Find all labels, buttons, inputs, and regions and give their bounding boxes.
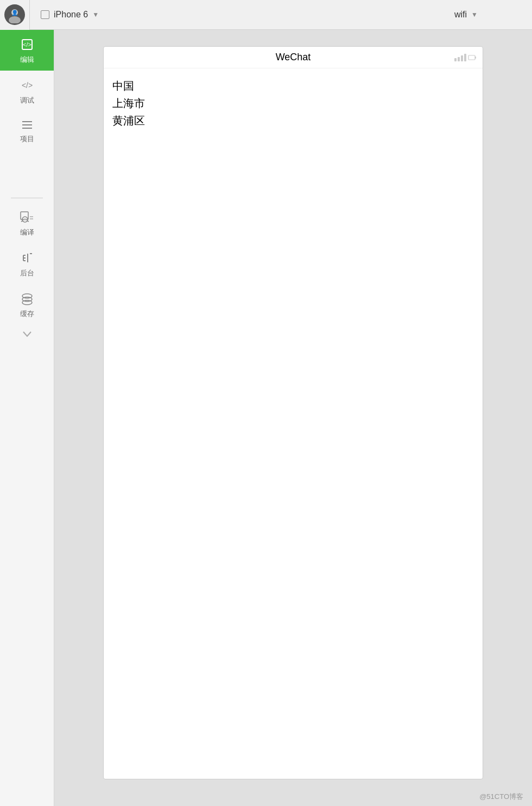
sidebar-item-debug-label: 调试 xyxy=(20,97,34,104)
phone-app-title: WeChat xyxy=(276,52,311,63)
device-name: iPhone 6 xyxy=(54,10,88,20)
sidebar-item-backend-label: 后台 xyxy=(20,269,34,276)
device-selector: iPhone 6 ▼ wifi ▼ xyxy=(30,10,489,20)
top-bar: 👤 iPhone 6 ▼ wifi ▼ xyxy=(0,0,532,30)
svg-point-1 xyxy=(9,16,21,23)
sidebar-item-cache-label: 缓存 xyxy=(20,310,34,317)
sidebar-item-edit-label: 编辑 xyxy=(20,56,34,63)
sidebar-item-compile-label: 编译 xyxy=(20,229,34,236)
wifi-dropdown-arrow[interactable]: ▼ xyxy=(471,11,478,18)
sidebar-item-debug[interactable]: </> 调试 xyxy=(0,71,54,111)
project-icon xyxy=(20,119,34,133)
location-line1: 中国 xyxy=(112,77,474,95)
wifi-label: wifi xyxy=(454,10,467,20)
sidebar-item-edit[interactable]: </> 编辑 xyxy=(0,30,54,71)
svg-rect-28 xyxy=(464,54,466,61)
cache-icon xyxy=(20,292,34,308)
svg-rect-27 xyxy=(461,55,463,61)
device-checkbox[interactable] xyxy=(41,10,49,19)
preview-area: WeChat 中国 上海市 黄浦区 xyxy=(54,30,532,806)
edit-icon: </> xyxy=(20,37,34,54)
svg-point-24 xyxy=(22,300,32,305)
phone-content: 中国 上海市 黄浦区 xyxy=(104,68,483,779)
sidebar-divider xyxy=(11,198,43,198)
phone-status-bar: WeChat xyxy=(104,47,483,68)
avatar-container[interactable]: 👤 xyxy=(0,0,30,30)
phone-status-icons xyxy=(454,54,476,61)
location-text: 中国 上海市 黄浦区 xyxy=(112,77,474,129)
location-line3: 黄浦区 xyxy=(112,112,474,129)
main-area: </> 编辑 </> 调试 项目 xyxy=(0,30,532,806)
sidebar-item-cache[interactable]: 缓存 xyxy=(0,284,54,325)
sidebar-item-compile[interactable]: 编译 xyxy=(0,203,54,243)
watermark: @51CTO博客 xyxy=(479,792,523,802)
debug-icon: </> xyxy=(20,78,34,95)
backend-icon xyxy=(20,251,34,267)
svg-rect-29 xyxy=(468,55,475,60)
device-dropdown-arrow[interactable]: ▼ xyxy=(92,11,99,18)
sidebar-item-project[interactable]: 项目 xyxy=(0,111,54,150)
svg-point-11 xyxy=(24,218,26,221)
svg-rect-26 xyxy=(458,57,460,61)
svg-rect-25 xyxy=(454,58,457,61)
svg-rect-30 xyxy=(475,56,476,59)
phone-frame: WeChat 中国 上海市 黄浦区 xyxy=(103,46,483,779)
svg-text:👤: 👤 xyxy=(11,9,18,16)
sidebar: </> 编辑 </> 调试 项目 xyxy=(0,30,54,806)
sidebar-item-backend[interactable]: 后台 xyxy=(0,243,54,284)
svg-text:</>: </> xyxy=(21,81,32,90)
compile-icon xyxy=(19,210,35,226)
svg-text:</>: </> xyxy=(23,41,31,48)
location-line2: 上海市 xyxy=(112,95,474,112)
sidebar-bottom-arrow[interactable] xyxy=(0,325,54,343)
avatar: 👤 xyxy=(4,4,25,25)
sidebar-item-project-label: 项目 xyxy=(20,135,34,142)
